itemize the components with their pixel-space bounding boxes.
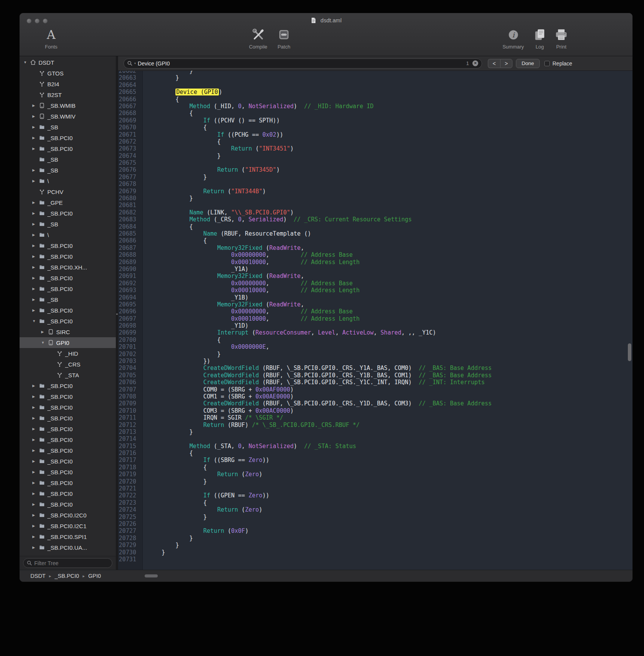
code-text[interactable]: { bbox=[140, 223, 193, 230]
disclosure-closed-icon[interactable]: ▶ bbox=[32, 298, 39, 301]
code-text[interactable]: COM1 = (SBRG + 0x00AE0000) bbox=[140, 393, 294, 400]
code-text[interactable]: If ((PCHV () == SPTH)) bbox=[140, 117, 280, 124]
code-text[interactable]: Interrupt (ResourceConsumer, Level, Acti… bbox=[140, 329, 436, 336]
code-text[interactable]: 0x00010000, // Address Length bbox=[140, 315, 360, 322]
tree-item-b2st[interactable]: B2ST bbox=[20, 89, 116, 100]
code-text[interactable]: Method (_STA, 0, NotSerialized) // _STA:… bbox=[140, 443, 356, 450]
tree-item-sb-pci0[interactable]: ▶_SB.PCI0 bbox=[20, 251, 116, 262]
disclosure-closed-icon[interactable]: ▶ bbox=[32, 222, 39, 226]
code-text[interactable]: _Y1D) bbox=[140, 322, 249, 329]
tree-item-sb[interactable]: ▶_SB bbox=[20, 122, 116, 132]
code-text[interactable]: If ((PCHG == 0x02)) bbox=[140, 131, 283, 138]
code-text[interactable]: } bbox=[140, 428, 193, 435]
code-text[interactable]: { bbox=[140, 499, 207, 506]
code-text[interactable]: COM0 = (SBRG + 0x00AF0000) bbox=[140, 386, 294, 393]
disclosure-closed-icon[interactable]: ▶ bbox=[32, 513, 39, 517]
tree-item-sb-pci0[interactable]: ▶_SB.PCI0 bbox=[20, 402, 116, 413]
tree-item-sb-pci0[interactable]: ▶_SB.PCI0 bbox=[20, 413, 116, 423]
tree-item-sb-pci0-i2c0[interactable]: ▶_SB.PCI0.I2C0 bbox=[20, 510, 116, 520]
code-editor[interactable]: 20662 }20663 }2066420665 Device (GPI0)20… bbox=[118, 71, 632, 570]
code-text[interactable]: { bbox=[140, 450, 193, 457]
code-text[interactable]: Return (RBUF) /* \_SB_.PCI0.GPI0._CRS.RB… bbox=[140, 422, 360, 428]
code-text[interactable]: 0x0000000E, bbox=[140, 343, 269, 350]
code-text[interactable]: } bbox=[140, 174, 207, 181]
code-text[interactable]: Return ("INT344B") bbox=[140, 188, 266, 195]
disclosure-closed-icon[interactable]: ▶ bbox=[32, 470, 39, 474]
code-text[interactable]: 0x00000000, // Address Base bbox=[140, 308, 353, 315]
tree-item-sirc[interactable]: ▶SIRC bbox=[20, 326, 116, 337]
disclosure-closed-icon[interactable]: ▶ bbox=[32, 276, 39, 280]
code-text[interactable]: Memory32Fixed (ReadWrite, bbox=[140, 301, 304, 308]
disclosure-closed-icon[interactable]: ▶ bbox=[32, 308, 39, 312]
code-text[interactable]: } bbox=[140, 478, 207, 485]
code-text[interactable]: If ((SBRG == Zero)) bbox=[140, 457, 269, 464]
code-text[interactable]: Return (0x0F) bbox=[140, 527, 249, 534]
code-text[interactable]: CreateDWordField (RBUF, \_SB.PCI0.GPI0._… bbox=[140, 400, 492, 407]
tree-item-crs[interactable]: _CRS bbox=[20, 359, 116, 370]
tree-item-gpi0[interactable]: ▼GPI0 bbox=[20, 337, 116, 348]
disclosure-closed-icon[interactable]: ▶ bbox=[41, 330, 48, 334]
disclosure-closed-icon[interactable]: ▶ bbox=[32, 125, 39, 129]
tree-item-sb-pci0[interactable]: ▶_SB.PCI0 bbox=[20, 143, 116, 154]
previous-match-button[interactable]: < bbox=[488, 59, 500, 68]
disclosure-closed-icon[interactable]: ▶ bbox=[32, 524, 39, 528]
toolbar-print-button[interactable]: Print bbox=[547, 26, 576, 50]
toolbar-patch-button[interactable]: Patch bbox=[269, 26, 299, 50]
code-text[interactable]: { bbox=[140, 110, 193, 117]
disclosure-closed-icon[interactable]: ▶ bbox=[32, 459, 39, 463]
code-text[interactable]: Memory32Fixed (ReadWrite, bbox=[140, 273, 304, 279]
tree-item-sb-pci0[interactable]: ▶_SB.PCI0 bbox=[20, 488, 116, 499]
done-button[interactable]: Done bbox=[516, 59, 540, 68]
code-text[interactable] bbox=[140, 202, 148, 209]
tree-item-sb-pci0[interactable]: ▶_SB.PCI0 bbox=[20, 273, 116, 283]
tree-item-gpe[interactable]: ▶_GPE bbox=[20, 197, 116, 208]
disclosure-closed-icon[interactable]: ▶ bbox=[32, 448, 39, 452]
tree-item-sb-pci0[interactable]: ▶_SB.PCI0 bbox=[20, 132, 116, 143]
code-text[interactable]: Name (RBUF, ResourceTemplate () bbox=[140, 230, 311, 237]
tree-item-b2i4[interactable]: B2I4 bbox=[20, 79, 116, 89]
tree-item-sb-pci0[interactable]: ▶_SB.PCI0 bbox=[20, 434, 116, 445]
tree-item-pchv[interactable]: PCHV bbox=[20, 186, 116, 197]
disclosure-closed-icon[interactable]: ▶ bbox=[32, 201, 39, 204]
clear-search-icon[interactable]: ✕ bbox=[472, 60, 478, 66]
disclosure-closed-icon[interactable]: ▶ bbox=[32, 427, 39, 431]
toolbar-fonts-button[interactable]: A Fonts bbox=[37, 26, 66, 50]
tree-item-sb-pci0-ua[interactable]: ▶_SB.PCI0.UA... bbox=[20, 542, 116, 553]
code-text[interactable]: } bbox=[140, 542, 179, 549]
code-text[interactable]: Method (_CRS, 0, Serialized) // _CRS: Cu… bbox=[140, 216, 412, 223]
tree-item-sb-wmib[interactable]: ▶_SB.WMIB bbox=[20, 100, 116, 111]
tree-item-[interactable]: ▶\ bbox=[20, 229, 116, 240]
tree-item-sb-pci0[interactable]: ▶_SB.PCI0 bbox=[20, 391, 116, 402]
disclosure-closed-icon[interactable]: ▶ bbox=[32, 438, 39, 442]
tree-item-sb-pci0[interactable]: ▶_SB.PCI0 bbox=[20, 477, 116, 488]
disclosure-closed-icon[interactable]: ▶ bbox=[32, 502, 39, 506]
disclosure-closed-icon[interactable]: ▶ bbox=[32, 114, 39, 118]
disclosure-closed-icon[interactable]: ▶ bbox=[32, 481, 39, 485]
horizontal-scrollbar[interactable] bbox=[145, 574, 158, 577]
code-text[interactable]: { bbox=[140, 237, 207, 244]
code-text[interactable] bbox=[140, 556, 148, 563]
code-text[interactable] bbox=[140, 159, 148, 166]
code-text[interactable]: _Y1B) bbox=[140, 294, 249, 301]
code-text[interactable]: } bbox=[140, 195, 193, 202]
code-text[interactable]: } bbox=[140, 549, 165, 556]
filter-tree-input[interactable]: Filter Tree bbox=[23, 558, 112, 568]
search-options-caret-icon[interactable]: ▾ bbox=[134, 62, 136, 65]
disclosure-closed-icon[interactable]: ▶ bbox=[32, 147, 39, 151]
disclosure-closed-icon[interactable]: ▶ bbox=[32, 384, 39, 388]
tree-item-sb[interactable]: ▶_SB bbox=[20, 165, 116, 176]
code-text[interactable]: } bbox=[140, 71, 193, 74]
tree-item-sb-pci0[interactable]: ▶_SB.PCI0 bbox=[20, 423, 116, 434]
disclosure-closed-icon[interactable]: ▶ bbox=[32, 395, 39, 398]
code-text[interactable]: { bbox=[140, 336, 221, 343]
tree-item-gtos[interactable]: GTOS bbox=[20, 68, 116, 79]
toolbar-summary-button[interactable]: i Summary bbox=[499, 26, 528, 50]
tree-item-sb[interactable]: ▶_SB bbox=[20, 294, 116, 305]
code-text[interactable]: 0x00000000, // Address Base bbox=[140, 251, 353, 258]
code-text[interactable]: { bbox=[140, 464, 207, 471]
code-text[interactable]: { bbox=[140, 138, 221, 145]
tree-item-sb[interactable]: _SB bbox=[20, 154, 116, 165]
code-text[interactable]: } bbox=[140, 74, 179, 81]
disclosure-closed-icon[interactable]: ▶ bbox=[32, 287, 39, 291]
tree-item-sb-pci0[interactable]: ▶_SB.PCI0 bbox=[20, 456, 116, 467]
